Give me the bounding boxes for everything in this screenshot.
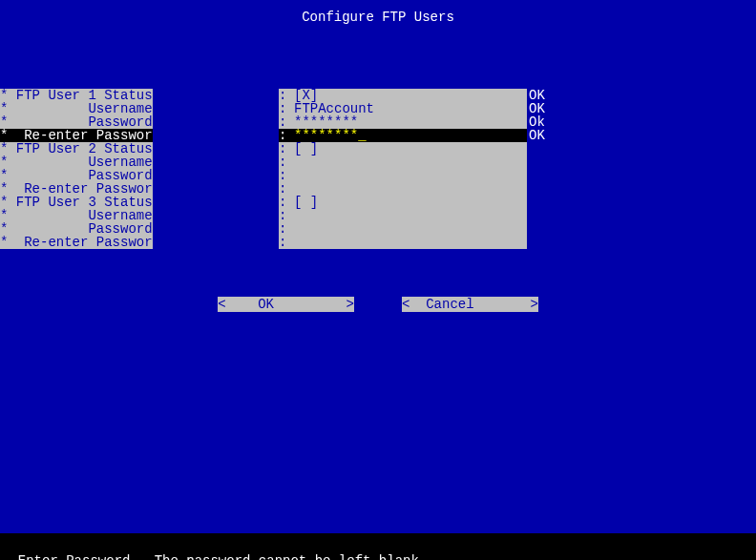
field-value[interactable]: [ ] xyxy=(290,142,527,156)
form-row: * Username : xyxy=(0,209,545,222)
field-status xyxy=(527,209,529,222)
spacer xyxy=(153,142,279,156)
form-area: * FTP User 1 Status :[X]OK* Username :FT… xyxy=(0,51,756,249)
header: Configure FTP Users xyxy=(0,0,756,51)
field-value[interactable]: ********_ xyxy=(290,129,527,142)
colon: : xyxy=(279,156,290,169)
form-row: * Re-enter Password : xyxy=(0,182,545,196)
colon: : xyxy=(279,236,290,249)
field-label: * FTP User 1 Status xyxy=(0,89,153,102)
field-label: * Username xyxy=(0,156,153,169)
colon: : xyxy=(279,89,290,102)
form-row: * Password : xyxy=(0,222,545,236)
field-status xyxy=(527,156,529,169)
spacer xyxy=(153,236,279,249)
field-label: * Password xyxy=(0,169,153,182)
spacer xyxy=(153,169,279,182)
field-status xyxy=(527,169,529,182)
form-row: * Re-enter Password :********_OK xyxy=(0,129,545,142)
colon: : xyxy=(279,102,290,115)
colon: : xyxy=(279,129,290,142)
field-status: OK xyxy=(527,89,545,102)
field-label: * FTP User 2 Status xyxy=(0,142,153,156)
field-value[interactable] xyxy=(290,169,527,182)
field-value[interactable] xyxy=(290,182,527,196)
field-label: * FTP User 3 Status xyxy=(0,196,153,209)
field-status xyxy=(527,222,529,236)
ok-button[interactable]: < OK > xyxy=(218,297,354,312)
field-value[interactable]: [X] xyxy=(290,89,527,102)
colon: : xyxy=(279,222,290,236)
page-title: Configure FTP Users xyxy=(302,10,454,25)
spacer xyxy=(153,209,279,222)
field-label: * Re-enter Password xyxy=(0,129,153,142)
spacer xyxy=(153,156,279,169)
status-text: Enter Password - The password cannot be … xyxy=(18,553,419,560)
field-status xyxy=(527,182,529,196)
form-row: * FTP User 3 Status :[ ] xyxy=(0,196,545,209)
field-value[interactable] xyxy=(290,156,527,169)
spacer xyxy=(153,102,279,115)
form-row: * FTP User 2 Status :[ ] xyxy=(0,142,545,156)
cancel-button[interactable]: < Cancel > xyxy=(402,297,538,312)
field-value[interactable] xyxy=(290,236,527,249)
field-value[interactable] xyxy=(290,222,527,236)
colon: : xyxy=(279,182,290,196)
field-status: OK xyxy=(527,129,545,142)
field-status xyxy=(527,142,529,156)
field-label: * Password xyxy=(0,222,153,236)
field-status: Ok xyxy=(527,115,545,129)
field-value[interactable]: [ ] xyxy=(290,196,527,209)
field-status: OK xyxy=(527,102,545,115)
form-row: * Username :FTPAccountOK xyxy=(0,102,545,115)
spacer xyxy=(153,196,279,209)
spacer xyxy=(153,129,279,142)
field-label: * Re-enter Password xyxy=(0,236,153,249)
form-row: * Username : xyxy=(0,156,545,169)
colon: : xyxy=(279,142,290,156)
field-label: * Re-enter Password xyxy=(0,182,153,196)
form-row: * Re-enter Password : xyxy=(0,236,545,249)
form-row: * Password : xyxy=(0,169,545,182)
colon: : xyxy=(279,169,290,182)
field-label: * Username xyxy=(0,102,153,115)
form-row: * Password :********Ok xyxy=(0,115,545,129)
field-status xyxy=(527,196,529,209)
field-label: * Password xyxy=(0,115,153,129)
colon: : xyxy=(279,115,290,129)
spacer xyxy=(153,115,279,129)
spacer xyxy=(153,222,279,236)
field-label: * Username xyxy=(0,209,153,222)
spacer xyxy=(153,89,279,102)
button-bar: < OK > < Cancel > xyxy=(0,297,756,312)
spacer xyxy=(153,182,279,196)
colon: : xyxy=(279,196,290,209)
field-value[interactable]: FTPAccount xyxy=(290,102,527,115)
colon: : xyxy=(279,209,290,222)
status-bar: Enter Password - The password cannot be … xyxy=(0,533,756,560)
field-value[interactable] xyxy=(290,209,527,222)
form-row: * FTP User 1 Status :[X]OK xyxy=(0,89,545,102)
field-value[interactable]: ******** xyxy=(290,115,527,129)
field-status xyxy=(527,236,529,249)
